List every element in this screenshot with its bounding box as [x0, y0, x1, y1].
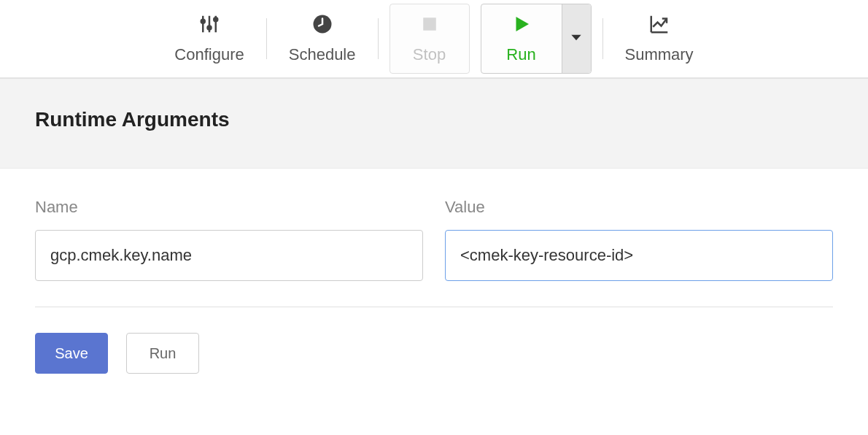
save-button[interactable]: Save [35, 333, 108, 374]
schedule-label: Schedule [289, 45, 356, 64]
svg-point-3 [201, 20, 205, 23]
run-split-button: Run [481, 4, 592, 74]
name-field-label: Name [35, 198, 423, 217]
chart-line-icon [647, 13, 672, 38]
run-options-dropdown[interactable] [562, 4, 591, 73]
svg-marker-8 [516, 17, 529, 31]
run-arguments-button[interactable]: Run [126, 333, 199, 374]
section-header: Runtime Arguments [0, 79, 868, 169]
summary-button[interactable]: Summary [603, 13, 716, 64]
run-label: Run [506, 45, 535, 64]
value-column: Value [445, 198, 833, 281]
chevron-down-icon [569, 30, 584, 47]
section-title: Runtime Arguments [35, 108, 833, 131]
configure-button[interactable]: Configure [152, 13, 266, 64]
stop-label: Stop [413, 45, 446, 64]
configure-label: Configure [174, 45, 244, 64]
action-row: Save Run [35, 333, 833, 374]
runtime-arguments-form: Name Value Save Run [0, 169, 868, 403]
svg-point-4 [208, 26, 212, 30]
svg-marker-9 [571, 35, 581, 41]
argument-row: Name Value [35, 198, 833, 307]
svg-rect-7 [423, 18, 436, 31]
argument-name-input[interactable] [35, 230, 423, 281]
stop-icon [419, 13, 441, 38]
top-toolbar: Configure Schedule Stop Run [0, 0, 868, 79]
name-column: Name [35, 198, 423, 281]
run-button[interactable]: Run [481, 4, 562, 73]
argument-value-input[interactable] [445, 230, 833, 281]
stop-button: Stop [390, 4, 470, 74]
svg-point-5 [214, 18, 217, 21]
summary-label: Summary [625, 45, 694, 64]
toolbar-divider [378, 18, 379, 59]
clock-icon [311, 13, 333, 38]
sliders-icon [198, 13, 220, 38]
value-field-label: Value [445, 198, 833, 217]
play-icon [511, 13, 532, 38]
schedule-button[interactable]: Schedule [267, 13, 378, 64]
